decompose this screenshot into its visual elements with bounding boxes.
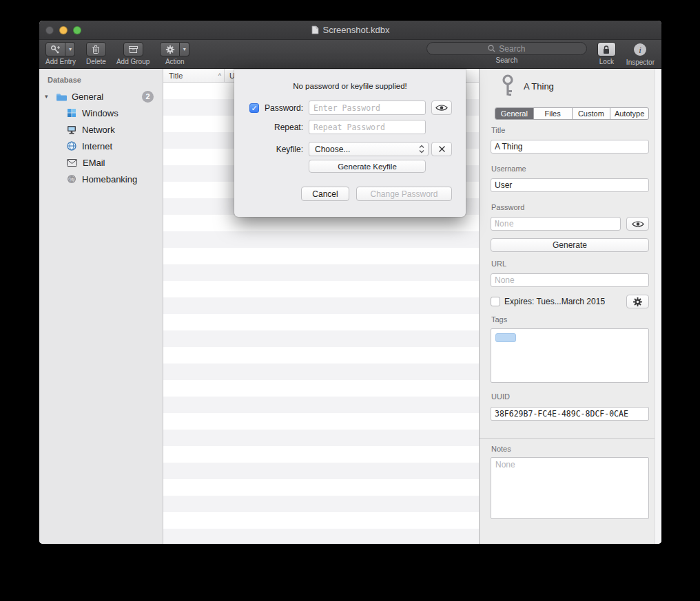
zoom-button[interactable]: [73, 26, 81, 34]
envelope-icon: [67, 159, 77, 167]
column-header-title[interactable]: Title ^: [163, 72, 224, 80]
generate-button[interactable]: Generate: [491, 238, 649, 252]
sidebar-group-homebanking[interactable]: % Homebanking: [39, 171, 163, 187]
uuid-field[interactable]: [491, 407, 649, 421]
group-email-label: EMail: [83, 158, 105, 168]
tag-chip[interactable]: [495, 333, 516, 342]
generate-keyfile-button[interactable]: Generate Keyfile: [309, 160, 426, 173]
key-icon: [500, 74, 515, 98]
toolbar-search: Search Search: [426, 42, 587, 64]
tab-files[interactable]: Files: [534, 108, 573, 119]
username-input[interactable]: [491, 178, 649, 192]
toolbar-add-entry: ▾ Add Entry: [45, 42, 76, 65]
action-label: Action: [165, 58, 185, 65]
disclosure-triangle[interactable]: ▾: [45, 93, 52, 100]
tab-custom[interactable]: Custom: [573, 108, 611, 119]
minimize-button[interactable]: [59, 26, 68, 34]
tags-label: Tags: [491, 315, 507, 324]
expires-checkbox[interactable]: [491, 297, 500, 306]
cancel-button[interactable]: Cancel: [301, 187, 349, 201]
column-header-username[interactable]: U: [225, 72, 235, 80]
svg-text:i: i: [639, 45, 642, 55]
entry-title: A Thing: [524, 81, 554, 92]
toolbar-action: ▾ Action: [160, 42, 189, 65]
search-placeholder: Search: [499, 44, 525, 54]
tab-autotype[interactable]: Autotype: [610, 108, 648, 119]
password-row: ✓ Password:: [234, 101, 466, 116]
uuid-label: UUID: [491, 392, 510, 401]
add-group-label: Add Group: [116, 58, 150, 65]
sort-ascending-indicator: ^: [218, 72, 221, 79]
entry-header: A Thing: [500, 74, 554, 98]
group-network-label: Network: [82, 125, 115, 135]
section-divider: [480, 438, 661, 439]
inspector-tabs: General Files Custom Autotype: [495, 107, 649, 120]
keyfile-label: Keyfile:: [234, 145, 303, 154]
reveal-password-button[interactable]: [626, 217, 649, 231]
gear-icon: [165, 45, 175, 54]
expires-settings-button[interactable]: [626, 295, 649, 308]
key-plus-icon: [50, 45, 61, 54]
expires-row: Expires: Tues...March 2015: [491, 295, 621, 308]
trash-icon: [91, 45, 101, 54]
folder-icon: [56, 92, 68, 101]
globe-icon: [67, 141, 76, 151]
lock-button[interactable]: [597, 42, 616, 56]
add-entry-dropdown-button[interactable]: ▾: [65, 42, 75, 56]
titlebar: Screenshot.kdbx: [39, 21, 661, 40]
keyfile-row: Keyfile: Choose...: [234, 142, 466, 157]
group-internet-label: Internet: [82, 141, 112, 151]
tab-general[interactable]: General: [495, 108, 534, 119]
password-input[interactable]: [491, 217, 621, 231]
notes-field[interactable]: None: [491, 457, 649, 519]
tags-field[interactable]: [491, 328, 649, 383]
add-group-button[interactable]: [123, 42, 143, 56]
repeat-password-input[interactable]: [309, 120, 426, 134]
notes-placeholder: None: [495, 460, 515, 470]
monitor-icon: [67, 125, 76, 134]
title-input[interactable]: [491, 140, 649, 154]
inspector-button[interactable]: i: [632, 42, 648, 57]
sidebar-group-internet[interactable]: Internet: [39, 138, 163, 154]
group-homebanking-label: Homebanking: [82, 174, 137, 184]
url-label: URL: [491, 260, 506, 268]
url-input[interactable]: [491, 273, 649, 287]
app-window: Screenshot.kdbx ▾: [39, 21, 661, 544]
toolbar-lock: Lock: [597, 42, 616, 65]
dialog-password-input[interactable]: [309, 101, 426, 115]
close-button[interactable]: [45, 26, 54, 34]
keyfile-popup[interactable]: Choose...: [309, 142, 429, 156]
column-title-text: Title: [169, 72, 183, 80]
search-input[interactable]: Search: [426, 42, 587, 55]
toolbar-right-group: Search Search Lock i: [426, 42, 655, 68]
expires-label: Expires: Tues...March 2015: [504, 297, 605, 306]
toolbar-left-group: ▾ Add Entry Delete: [45, 42, 189, 68]
change-password-button[interactable]: Change Password: [356, 187, 452, 201]
add-entry-button[interactable]: [45, 42, 65, 56]
inspector-panel: A Thing General Files Custom Autotype Ti…: [479, 69, 661, 544]
delete-button[interactable]: [86, 42, 106, 56]
sidebar-group-email[interactable]: EMail: [39, 154, 163, 171]
sidebar-group-windows[interactable]: Windows: [39, 105, 163, 121]
sidebar-section-label: Database: [39, 69, 163, 88]
window-title: Screenshot.kdbx: [39, 25, 661, 35]
dialog-password-label: Password:: [234, 103, 303, 113]
lock-label: Lock: [599, 58, 614, 65]
inspector-scrollbar[interactable]: [655, 69, 661, 544]
clear-keyfile-button[interactable]: [431, 142, 452, 156]
inspector-label: Inspector: [626, 59, 655, 66]
delete-label: Delete: [86, 58, 106, 65]
action-dropdown-button[interactable]: ▾: [180, 42, 189, 56]
toolbar-inspector: i Inspector: [626, 42, 655, 66]
search-label: Search: [496, 56, 518, 64]
change-password-dialog: No password or keyfile supplied! ✓ Passw…: [234, 69, 466, 217]
eye-icon: [435, 104, 448, 112]
gear-icon: [632, 297, 643, 307]
sidebar-group-general[interactable]: ▾ General 2: [39, 88, 163, 105]
action-button[interactable]: [160, 42, 180, 56]
dialog-reveal-password-button[interactable]: [431, 101, 452, 115]
sidebar-group-network[interactable]: Network: [39, 121, 163, 138]
username-label: Username: [491, 165, 526, 173]
windows-icon: [67, 108, 76, 118]
repeat-row: Repeat:: [234, 120, 466, 135]
